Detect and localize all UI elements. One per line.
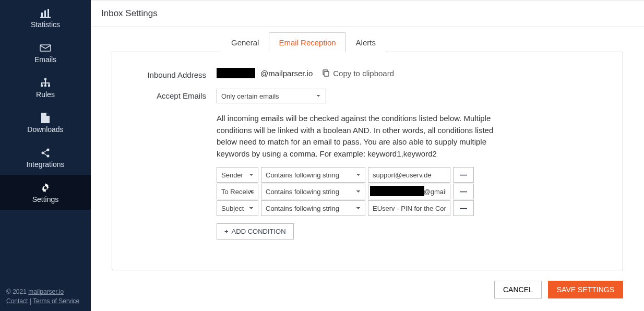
footer-actions: CANCEL SAVE SETTINGS bbox=[112, 270, 623, 298]
condition-row: Subject Contains following string — bbox=[217, 200, 607, 216]
svg-point-15 bbox=[42, 152, 44, 154]
sidebar-item-label: Integrations bbox=[26, 160, 64, 169]
share-icon bbox=[41, 148, 50, 158]
plus-icon: + bbox=[224, 228, 229, 235]
minus-icon: — bbox=[460, 171, 467, 179]
sidebar-item-label: Settings bbox=[32, 195, 59, 204]
save-settings-button[interactable]: SAVE SETTINGS bbox=[548, 281, 623, 298]
sidebar-item-emails[interactable]: Emails bbox=[0, 35, 91, 70]
sidebar-item-rules[interactable]: Rules bbox=[0, 70, 91, 105]
add-condition-button[interactable]: + ADD CONDITION bbox=[217, 223, 294, 240]
condition-row: Sender Contains following string — bbox=[217, 167, 607, 183]
tabs: General Email Reception Alerts bbox=[221, 32, 623, 52]
svg-rect-0 bbox=[41, 13, 43, 17]
condition-value-input[interactable] bbox=[368, 184, 450, 199]
bar-chart-icon bbox=[40, 8, 51, 18]
sidebar-item-label: Emails bbox=[34, 55, 56, 64]
copy-icon bbox=[322, 69, 330, 77]
condition-operator-select[interactable]: Contains following string bbox=[261, 200, 365, 216]
svg-rect-6 bbox=[41, 85, 43, 87]
copyright-text: © 2021 bbox=[6, 288, 28, 295]
accept-emails-label: Accept Emails bbox=[128, 89, 217, 100]
copy-label: Copy to clipboard bbox=[333, 69, 394, 78]
svg-rect-20 bbox=[324, 71, 329, 76]
sidebar-item-statistics[interactable]: Statistics bbox=[0, 0, 91, 35]
svg-point-19 bbox=[44, 187, 46, 189]
conditions-table: Sender Contains following string — To Re… bbox=[217, 167, 607, 216]
svg-rect-2 bbox=[47, 9, 49, 17]
condition-value-input[interactable] bbox=[368, 167, 450, 183]
remove-condition-button[interactable]: — bbox=[453, 184, 474, 199]
condition-field-select[interactable]: To Receiver bbox=[217, 184, 258, 199]
svg-rect-5 bbox=[44, 78, 46, 80]
tab-general[interactable]: General bbox=[221, 32, 269, 52]
inbound-address-domain: @mailparser.io bbox=[260, 69, 313, 78]
minus-icon: — bbox=[460, 187, 467, 196]
svg-point-16 bbox=[47, 155, 50, 158]
svg-rect-3 bbox=[40, 17, 51, 18]
inbound-address-label: Inbound Address bbox=[128, 68, 217, 79]
copy-to-clipboard-button[interactable]: Copy to clipboard bbox=[322, 69, 394, 78]
gear-icon bbox=[41, 183, 50, 193]
envelope-icon bbox=[40, 43, 51, 53]
svg-rect-1 bbox=[44, 10, 46, 17]
terms-link[interactable]: Terms of Service bbox=[33, 297, 79, 305]
sitemap-icon bbox=[40, 78, 51, 88]
svg-rect-4 bbox=[40, 45, 51, 51]
sidebar: Statistics Emails Rules Downloads Integr… bbox=[0, 0, 91, 311]
sidebar-item-label: Rules bbox=[36, 90, 55, 99]
minus-icon: — bbox=[460, 204, 467, 212]
svg-rect-7 bbox=[44, 85, 46, 87]
svg-line-17 bbox=[44, 150, 47, 152]
top-bar: Inbox Settings bbox=[91, 1, 644, 27]
sidebar-item-label: Statistics bbox=[31, 20, 60, 29]
svg-rect-9 bbox=[45, 80, 46, 82]
condition-value-input[interactable] bbox=[368, 200, 450, 216]
sidebar-item-downloads[interactable]: Downloads bbox=[0, 105, 91, 140]
page-title: Inbox Settings bbox=[101, 8, 158, 19]
condition-field-select[interactable]: Sender bbox=[217, 167, 258, 183]
condition-operator-select[interactable]: Contains following string bbox=[261, 184, 365, 199]
file-icon bbox=[41, 113, 50, 123]
tab-email-reception[interactable]: Email Reception bbox=[269, 32, 345, 52]
main-content: Inbox Settings General Email Reception A… bbox=[91, 0, 644, 311]
accept-emails-select[interactable]: Only certain emails bbox=[217, 89, 326, 103]
inbound-address-redacted bbox=[217, 68, 255, 78]
svg-point-14 bbox=[47, 149, 50, 151]
svg-rect-12 bbox=[45, 82, 46, 85]
sidebar-item-integrations[interactable]: Integrations bbox=[0, 140, 91, 175]
svg-rect-13 bbox=[49, 82, 50, 85]
brand-link[interactable]: mailparser.io bbox=[28, 288, 64, 295]
sidebar-item-label: Downloads bbox=[27, 125, 63, 134]
svg-line-18 bbox=[44, 153, 47, 156]
tab-alerts[interactable]: Alerts bbox=[346, 32, 386, 52]
cancel-button[interactable]: CANCEL bbox=[494, 281, 542, 298]
settings-panel: Inbound Address @mailparser.io Copy to c… bbox=[112, 52, 623, 270]
add-condition-label: ADD CONDITION bbox=[232, 228, 286, 235]
sidebar-item-settings[interactable]: Settings bbox=[0, 175, 91, 210]
svg-rect-11 bbox=[41, 82, 42, 85]
svg-rect-8 bbox=[48, 85, 50, 87]
contact-link[interactable]: Contact bbox=[6, 297, 28, 305]
condition-row: To Receiver Contains following string — bbox=[217, 184, 607, 199]
remove-condition-button[interactable]: — bbox=[453, 167, 474, 183]
remove-condition-button[interactable]: — bbox=[453, 200, 474, 216]
condition-field-select[interactable]: Subject bbox=[217, 200, 258, 216]
help-text: All incoming emails will be checked agai… bbox=[217, 113, 509, 160]
condition-operator-select[interactable]: Contains following string bbox=[261, 167, 365, 183]
sidebar-footer: © 2021 mailparser.io Contact | Terms of … bbox=[6, 287, 79, 306]
